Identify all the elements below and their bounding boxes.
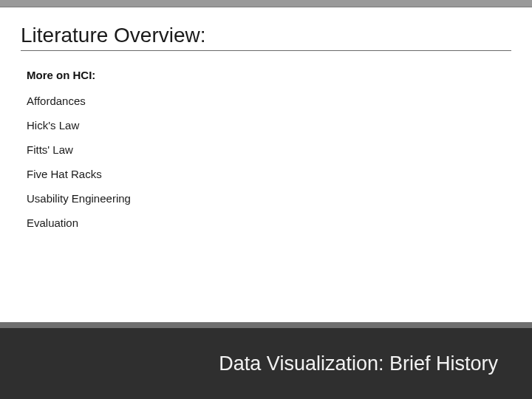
footer-bar: Data Visualization: Brief History [0, 322, 532, 399]
top-accent-bar [0, 0, 532, 7]
page-title: Literature Overview: [21, 24, 511, 47]
title-underline [21, 50, 511, 51]
list-item: Fitts' Law [27, 143, 511, 156]
list-item: Evaluation [27, 216, 511, 229]
list-item: Hick's Law [27, 119, 511, 132]
list-item: Five Hat Racks [27, 168, 511, 180]
footer-accent-band [0, 322, 532, 328]
footer-main-band: Data Visualization: Brief History [0, 328, 532, 399]
footer-title: Data Visualization: Brief History [219, 352, 498, 375]
list-item: Affordances [27, 95, 511, 107]
slide-content: Literature Overview: More on HCI: Afford… [0, 7, 532, 229]
section-subheading: More on HCI: [27, 69, 511, 81]
list-item: Usability Engineering [27, 192, 511, 205]
